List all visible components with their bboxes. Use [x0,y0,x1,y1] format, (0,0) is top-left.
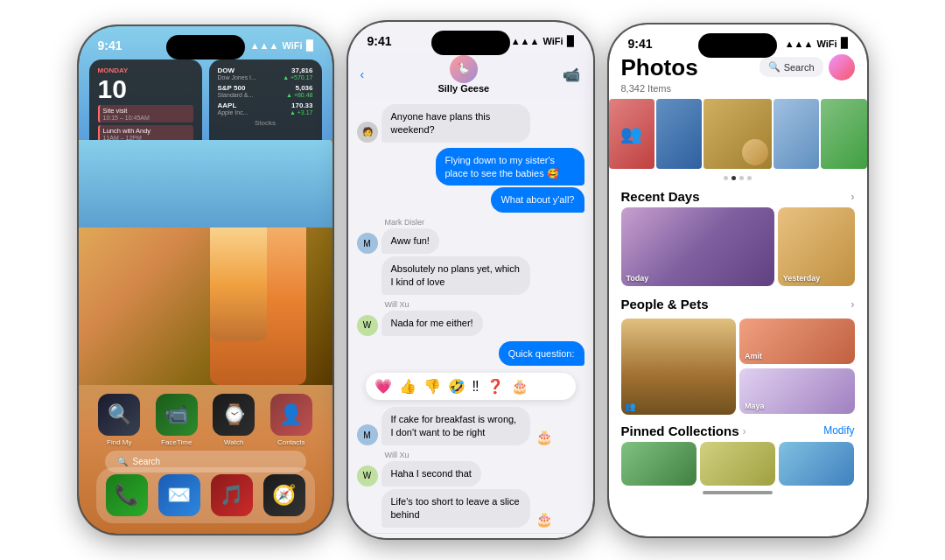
tapback-row[interactable]: 💗 👍 👎 🤣 ‼️ ❓ 🎂 [366,373,576,400]
dow-name: DOW [218,66,235,74]
phone-icon: 📞 [106,474,148,516]
bubble-mark-text-2: Absolutely no plans yet, which I kind of… [391,263,520,287]
group-avatar: 🪿 [450,55,478,83]
featured-img-2 [656,99,702,169]
facetime-icon: 📹 [156,394,198,436]
bubble-slice: Life's too short to leave a slice behind [382,489,530,528]
pinned-modify-button[interactable]: Modify [823,424,854,437]
photos-title-group: Photos 8,342 Items [621,54,698,94]
pinned-strip [609,442,867,486]
status-icons-2: ▲▲▲ WiFi ▉ [511,36,574,47]
app-watch[interactable]: ⌚ Watch [211,394,258,446]
tapback-exclaim[interactable]: ‼️ [472,379,480,395]
dock-compass[interactable]: 🧭 [261,474,308,516]
signal-icon-3: ▲▲▲ [785,38,814,49]
wifi-icon-3: WiFi [816,38,836,49]
pinned-item-3[interactable] [779,442,854,486]
bubble-sent-text-1: Flying down to my sister's place to see … [445,155,559,178]
photos-header: Photos 8,342 Items 🔍 Search [609,54,867,99]
featured-strip: 👥 [609,99,867,169]
tapback-thumbsup[interactable]: 👍 [399,378,416,395]
featured-img-5 [821,99,866,169]
sender-will: Will Xu [357,300,410,309]
dock-phone[interactable]: 📞 [103,474,150,516]
pinned-item-2[interactable] [700,442,775,486]
msg-cake-group: M If cake for breakfast is wrong, I don'… [357,407,584,445]
people-group-icon: 👥 [625,402,635,411]
aapl-sub: Apple Inc... [218,109,248,116]
home-wallpaper [79,140,332,385]
recent-days-chevron[interactable]: › [850,190,854,203]
featured-1: 👥 [609,99,654,169]
recent-yesterday[interactable]: Yesterday [778,207,855,286]
tapback-question[interactable]: ❓ [486,378,504,395]
app-findmy[interactable]: 🔍 Find My [96,394,144,446]
aapl-change: ▲ +3.17 [290,109,313,116]
pinned-chevron[interactable]: › [743,424,746,438]
bubble-sent-2: What about y'all? [491,187,584,213]
msg-row-haha: W Haha I second that [357,461,481,486]
pinned-header: Pinned Collections › Modify [609,418,867,442]
people-main-photo[interactable]: 👥 [621,318,737,415]
msg-quick: Quick question: [357,341,584,367]
photos-count: 8,342 Items [621,83,698,94]
featured-img-3 [704,99,772,169]
app-contacts[interactable]: 👤 Contacts [268,394,315,446]
search-label-photos: Search [784,62,815,73]
recent-today[interactable]: Today [621,207,774,286]
tapback-cake[interactable]: 🎂 [511,378,528,395]
avatar-1: 🧑 [357,122,378,143]
dot-4 [747,176,752,180]
sender-will-2: Will Xu [357,451,410,459]
aapl-name: AAPL [218,102,237,109]
aapl-value: 170.33 [291,102,312,109]
dow-change: ▲ +570.17 [283,74,312,80]
messages-body: 🧑 Anyone have plans this weekend? Flying… [348,99,593,533]
amit-label: Amit [745,352,762,360]
dock-music[interactable]: 🎵 [208,474,256,516]
avatar-cake: M [357,424,378,445]
stocks-label: Stocks [218,119,313,127]
people-maya[interactable]: Maya [739,368,855,414]
tapback-heart[interactable]: 💗 [374,378,392,395]
video-call-button[interactable]: 📹 [563,66,580,83]
sp500-sub: Standard &... [218,92,254,98]
sp500-name: S&P 500 [218,84,246,92]
bubble-quick-text: Quick question: [508,348,575,359]
facetime-label: FaceTime [161,438,192,446]
sp500-value: 5,036 [295,84,312,92]
phone-messages: 9:41 ▲▲▲ WiFi ▉ ‹ 🪿 Silly Geese 📹 🧑 [348,22,593,538]
status-icons-3: ▲▲▲ WiFi ▉ [785,38,848,49]
messages-header-center: 🪿 Silly Geese [438,55,489,94]
app-facetime[interactable]: 📹 FaceTime [153,394,200,446]
msg-row-will: W Nada for me either! [357,311,483,336]
dot-1 [724,176,728,180]
photos-search-button[interactable]: 🔍 Search [760,57,823,77]
signal-icon-2: ▲▲▲ [511,36,540,46]
bubble-cake-text: If cake for breakfast is wrong, I don't … [391,414,517,438]
avatar-will-2: W [357,466,378,486]
user-avatar[interactable] [829,54,855,80]
calendar-event-1: Site visit 10:15 – 10:45AM [98,105,193,122]
recent-days-header: Recent Days › [609,184,867,207]
tapback-haha[interactable]: 🤣 [448,378,466,395]
home-bar-3 [703,491,773,494]
featured-4 [774,99,819,169]
recent-days-label: Recent Days [621,189,700,204]
bubble-quick: Quick question: [499,341,584,367]
app-grid: 🔍 Find My 📹 FaceTime ⌚ Watch 👤 Contacts [79,394,332,446]
phone-photos: 9:41 ▲▲▲ WiFi ▉ Photos 8,342 Items 🔍 Sea… [609,24,867,536]
pinned-item-1[interactable] [621,442,696,486]
wifi-icon: WiFi [282,40,302,51]
photos-screen: 9:41 ▲▲▲ WiFi ▉ Photos 8,342 Items 🔍 Sea… [609,24,867,536]
group-name: Silly Geese [438,83,489,94]
people-amit[interactable]: Amit [739,318,855,364]
people-chevron[interactable]: › [850,298,854,311]
dock-mail[interactable]: ✉️ [156,474,203,516]
phone-home: 9:41 ▲▲▲ WiFi ▉ MONDAY 10 Site visit 10:… [79,26,332,534]
back-button[interactable]: ‹ [360,67,365,81]
pinned-title: Pinned Collections [621,424,739,438]
tapback-thumbsdown[interactable]: 👎 [424,378,441,395]
maya-label: Maya [745,402,765,410]
status-time-2: 9:41 [368,34,392,48]
